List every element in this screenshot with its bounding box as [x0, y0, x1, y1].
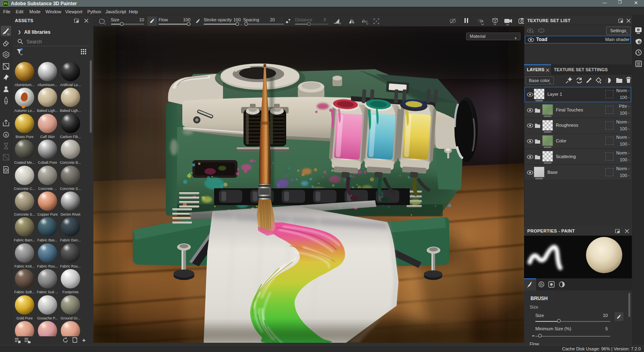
- svg-text:b: b: [366, 20, 367, 23]
- svg-text:□|a: □|a: [478, 19, 483, 23]
- svg-text:!: !: [541, 29, 542, 33]
- svg-text:S: S: [5, 133, 7, 137]
